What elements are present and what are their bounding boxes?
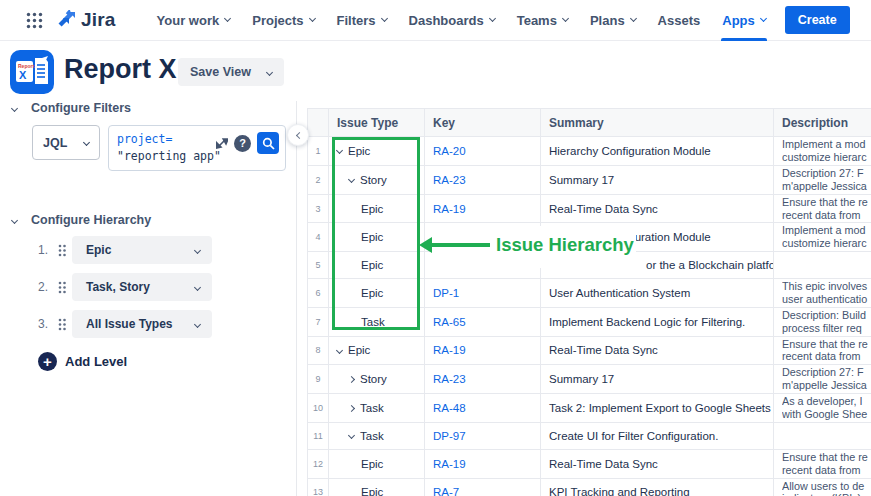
issue-type-cell: Epic xyxy=(329,336,425,365)
nav-item-projects[interactable]: Projects xyxy=(241,0,325,41)
column-header-row-number xyxy=(308,109,329,137)
nav-item-filters[interactable]: Filters xyxy=(326,0,398,41)
top-nav-bar: Jira Your work Projects Filters Dashboar… xyxy=(0,0,871,41)
issue-key-link[interactable]: RA-19 xyxy=(433,458,466,470)
issue-key-cell: RA-48 xyxy=(425,394,541,423)
issue-key-link[interactable]: RA-19 xyxy=(433,344,466,356)
issue-type-cell: Epic xyxy=(329,449,425,478)
create-button[interactable]: Create xyxy=(785,6,850,34)
chevron-down-icon xyxy=(381,15,388,22)
app-switcher-icon[interactable] xyxy=(26,12,43,29)
search-button[interactable] xyxy=(257,132,279,154)
issue-key-link[interactable]: DP-97 xyxy=(433,430,466,442)
chevron-down-icon[interactable] xyxy=(336,347,343,354)
nav-item-apps[interactable]: Apps xyxy=(711,0,777,41)
annotation-label: Issue Hierarchy xyxy=(496,234,634,256)
chevron-down-icon[interactable] xyxy=(266,68,273,75)
summary-cell: Implement Backend Logic for Filtering. xyxy=(541,307,774,336)
nav-item-assets[interactable]: Assets xyxy=(647,0,712,41)
level-number: 2. xyxy=(38,280,56,294)
row-number: 7 xyxy=(308,307,329,336)
table-body: 1EpicRA-20Hierarchy Configuration Module… xyxy=(308,137,871,496)
issue-type-select[interactable]: Epic xyxy=(72,236,212,264)
issue-key-link[interactable]: DP-1 xyxy=(433,287,459,299)
configure-filters-label: Configure Filters xyxy=(31,101,131,115)
nav-item-plans[interactable]: Plans xyxy=(579,0,647,41)
description-cell: Description 27: Fm'appelle Jessica xyxy=(774,365,871,394)
issue-type-select[interactable]: Task, Story xyxy=(72,273,212,301)
hierarchy-level-row: 2. Task, Story xyxy=(38,273,296,301)
issue-key-cell: RA-23 xyxy=(425,365,541,394)
help-icon[interactable]: ? xyxy=(234,135,251,152)
nav-item-teams[interactable]: Teams xyxy=(506,0,579,41)
issue-type-cell: Epic xyxy=(329,194,425,223)
chevron-left-icon xyxy=(296,131,303,138)
collapse-panel-button[interactable] xyxy=(287,124,309,146)
row-number: 10 xyxy=(308,394,329,423)
issue-type-cell: Epic xyxy=(329,278,425,307)
chevron-down-icon xyxy=(562,15,569,22)
chevron-right-icon[interactable] xyxy=(348,376,355,383)
issue-type-label: Epic xyxy=(361,458,383,470)
page-header: Report X Report X Save View xyxy=(0,41,871,101)
table-row: 2StoryRA-23Summary 17Description 27: Fm'… xyxy=(308,165,871,194)
drag-handle-icon[interactable] xyxy=(58,318,66,331)
table-header-row: Issue TypeKeySummaryDescription xyxy=(308,109,871,137)
nav-item-dashboards[interactable]: Dashboards xyxy=(398,0,506,41)
chevron-down-icon xyxy=(194,246,201,253)
jira-wordmark: Jira xyxy=(81,9,116,31)
issue-key-link[interactable]: RA-23 xyxy=(433,174,466,186)
issue-key-cell: DP-97 xyxy=(425,423,541,450)
description-cell: Description: Buildprocess filter req xyxy=(774,307,871,336)
issue-type-select[interactable]: All Issue Types xyxy=(72,310,212,338)
issue-key-cell: RA-19 xyxy=(425,449,541,478)
add-level-button[interactable]: + Add Level xyxy=(38,352,127,371)
issue-key-link[interactable]: RA-48 xyxy=(433,402,466,414)
chevron-down-icon[interactable] xyxy=(336,147,343,154)
save-view-button[interactable]: Save View xyxy=(178,58,284,86)
description-cell: Ensure that the rerecent data from xyxy=(774,336,871,365)
description-cell: Allow users to deindicators (KPIs) xyxy=(774,478,871,496)
table-row: 6EpicDP-1User Authentication SystemThis … xyxy=(308,278,871,307)
chevron-down-icon[interactable] xyxy=(348,432,355,439)
issue-key-link[interactable]: RA-7 xyxy=(433,486,459,496)
drag-handle-icon[interactable] xyxy=(58,281,66,294)
column-header-issue-type: Issue Type xyxy=(329,109,425,137)
issue-type-cell: Epic xyxy=(329,252,425,279)
configure-hierarchy-header[interactable]: Configure Hierarchy xyxy=(0,213,296,227)
chevron-right-icon[interactable] xyxy=(348,405,355,412)
issue-key-link[interactable]: RA-65 xyxy=(433,316,466,328)
jira-logo[interactable]: Jira xyxy=(57,9,116,31)
issue-key-link[interactable]: RA-20 xyxy=(433,145,466,157)
jira-logo-icon xyxy=(57,10,77,30)
level-number: 1. xyxy=(38,243,56,257)
query-type-select[interactable]: JQL xyxy=(32,125,100,160)
issue-type-label: Task xyxy=(360,402,384,414)
description-cell: This epic involvesuser authenticatio xyxy=(774,278,871,307)
chevron-down-icon[interactable] xyxy=(348,176,355,183)
configure-filters-header[interactable]: Configure Filters xyxy=(0,101,296,115)
row-number: 4 xyxy=(308,223,329,252)
description-cell: Ensure that the rerecent data from xyxy=(774,194,871,223)
query-type-value: JQL xyxy=(43,136,67,150)
table-row: 1EpicRA-20Hierarchy Configuration Module… xyxy=(308,137,871,166)
plus-icon: + xyxy=(38,352,57,371)
annotation-arrow xyxy=(428,243,490,247)
table-row: 7TaskRA-65Implement Backend Logic for Fi… xyxy=(308,307,871,336)
chevron-down-icon xyxy=(760,15,767,22)
issue-key-link[interactable]: RA-23 xyxy=(433,373,466,385)
issue-type-cell: Epic xyxy=(329,478,425,496)
issue-key-cell: RA-7 xyxy=(425,478,541,496)
drag-handle-icon[interactable] xyxy=(58,244,66,257)
issue-key-link[interactable]: RA-19 xyxy=(433,203,466,215)
summary-cell: Real-Time Data Sync xyxy=(541,336,774,365)
row-number: 6 xyxy=(308,278,329,307)
level-number: 3. xyxy=(38,317,56,331)
jql-query-input[interactable]: project= "reporting app" ? xyxy=(108,125,286,171)
issue-type-label: Task xyxy=(360,430,384,442)
chevron-down-icon xyxy=(489,15,496,22)
expand-icon[interactable] xyxy=(216,137,228,149)
table-row: 12EpicRA-19Real-Time Data SyncEnsure tha… xyxy=(308,449,871,478)
nav-item-your-work[interactable]: Your work xyxy=(146,0,242,41)
issue-key-cell: RA-19 xyxy=(425,194,541,223)
